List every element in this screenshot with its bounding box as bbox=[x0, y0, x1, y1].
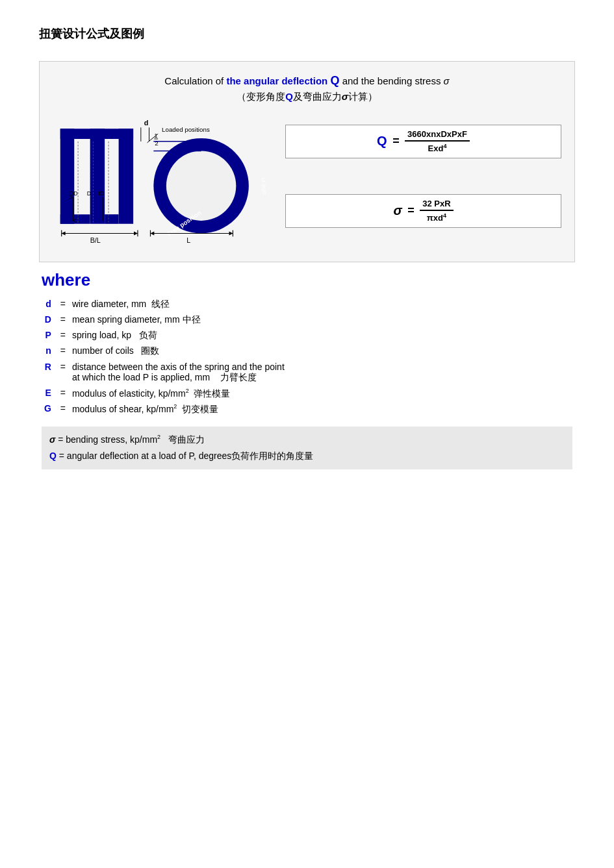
svg-text:d: d bbox=[144, 119, 149, 127]
svg-text:2: 2 bbox=[155, 139, 158, 146]
svg-text:D: D bbox=[87, 190, 91, 196]
sigma-var: σ bbox=[49, 434, 55, 445]
def-row-E: E = modulus of elasticity, kp/mm2 弹性模量 bbox=[42, 386, 572, 402]
formula-Q-numerator: 3660xnxDxPxF bbox=[405, 129, 470, 142]
def-n: number of coils 圈数 bbox=[70, 343, 572, 359]
def-E: modulus of elasticity, kp/mm2 弹性模量 bbox=[70, 386, 572, 402]
formula-sigma-fraction: 32 PxR πxd4 bbox=[420, 199, 453, 223]
formula-Q-denominator: Exd4 bbox=[426, 142, 450, 153]
formula-Q-equals: = bbox=[392, 134, 400, 147]
diagram-row: Free position of legs Loaded positions d… bbox=[53, 110, 561, 249]
eq-E: = bbox=[57, 386, 70, 402]
svg-text:OD: OD bbox=[69, 190, 77, 196]
def-row-n: n = number of coils 圈数 bbox=[42, 343, 572, 359]
def-R: distance between the axis of the spring … bbox=[70, 359, 572, 386]
formula-Q-fraction: 3660xnxDxPxF Exd4 bbox=[405, 129, 470, 153]
eq-P: = bbox=[57, 328, 70, 343]
svg-text:1: 1 bbox=[154, 131, 157, 138]
svg-text:Loaded positions: Loaded positions bbox=[162, 126, 210, 133]
svg-text:ID: ID bbox=[98, 190, 104, 196]
spring-diagram-svg: Free position of legs Loaded positions d… bbox=[53, 110, 274, 246]
formula-sigma-denominator: πxd4 bbox=[424, 211, 449, 223]
var-R: R bbox=[42, 359, 57, 386]
formula-sigma-box: σ = 32 PxR πxd4 bbox=[285, 194, 561, 227]
def-row-R: R = distance between the axis of the spr… bbox=[42, 359, 572, 386]
def-row-d: d = wire diameter, mm 线径 bbox=[42, 297, 572, 312]
def-G: modulus of shear, kp/mm2 切变模量 bbox=[70, 401, 572, 417]
var-D: D bbox=[42, 312, 57, 328]
var-G: G bbox=[42, 401, 57, 417]
formula-Q-lhs: Q bbox=[377, 134, 387, 148]
where-section: where d = wire diameter, mm 线径 D = mean … bbox=[39, 270, 575, 470]
main-content-box: Calculation of the angular deflection Q … bbox=[39, 61, 575, 262]
formula-sigma-lhs: σ bbox=[393, 203, 402, 217]
def-d: wire diameter, mm 线径 bbox=[70, 297, 572, 312]
box-title-en: Calculation of the angular deflection Q … bbox=[164, 75, 449, 86]
Q-var: Q bbox=[49, 451, 57, 461]
svg-text:L: L bbox=[186, 236, 190, 244]
var-P: P bbox=[42, 328, 57, 343]
def-row-P: P = spring load, kp 负荷 bbox=[42, 328, 572, 343]
eq-n: = bbox=[57, 343, 70, 359]
svg-point-2 bbox=[166, 151, 236, 220]
formula-sigma-numerator: 32 PxR bbox=[420, 199, 453, 211]
def-D: mean spring diameter, mm 中径 bbox=[70, 312, 572, 328]
diagram-left: Free position of legs Loaded positions d… bbox=[53, 110, 274, 249]
formula-sigma-equals: = bbox=[407, 204, 415, 217]
grey-definitions-box: σ = bending stress, kp/mm2 弯曲应力 Q = angu… bbox=[42, 427, 572, 469]
box-title: Calculation of the angular deflection Q … bbox=[53, 72, 561, 105]
eq-R: = bbox=[57, 359, 70, 386]
page-title: 扭簧设计公式及图例 bbox=[39, 26, 575, 42]
svg-text:B/L: B/L bbox=[90, 236, 101, 244]
box-title-zh: （变形角度Q及弯曲应力σ计算） bbox=[237, 91, 377, 102]
var-E: E bbox=[42, 386, 57, 402]
var-n: n bbox=[42, 343, 57, 359]
eq-G: = bbox=[57, 401, 70, 417]
def-row-D: D = mean spring diameter, mm 中径 bbox=[42, 312, 572, 328]
definitions-table: d = wire diameter, mm 线径 D = mean spring… bbox=[42, 297, 572, 417]
eq-d: = bbox=[57, 297, 70, 312]
diagram-right: Q = 3660xnxDxPxF Exd4 σ = 32 PxR πxd4 bbox=[279, 110, 561, 249]
sigma-definition: σ = bending stress, kp/mm2 弯曲应力 bbox=[49, 432, 565, 448]
def-P: spring load, kp 负荷 bbox=[70, 328, 572, 343]
eq-D: = bbox=[57, 312, 70, 328]
formula-Q-box: Q = 3660xnxDxPxF Exd4 bbox=[285, 125, 561, 158]
where-title: where bbox=[42, 270, 572, 290]
Q-definition: Q = angular deflection at a load of P, d… bbox=[49, 448, 565, 464]
def-row-G: G = modulus of shear, kp/mm2 切变模量 bbox=[42, 401, 572, 417]
var-d: d bbox=[42, 297, 57, 312]
